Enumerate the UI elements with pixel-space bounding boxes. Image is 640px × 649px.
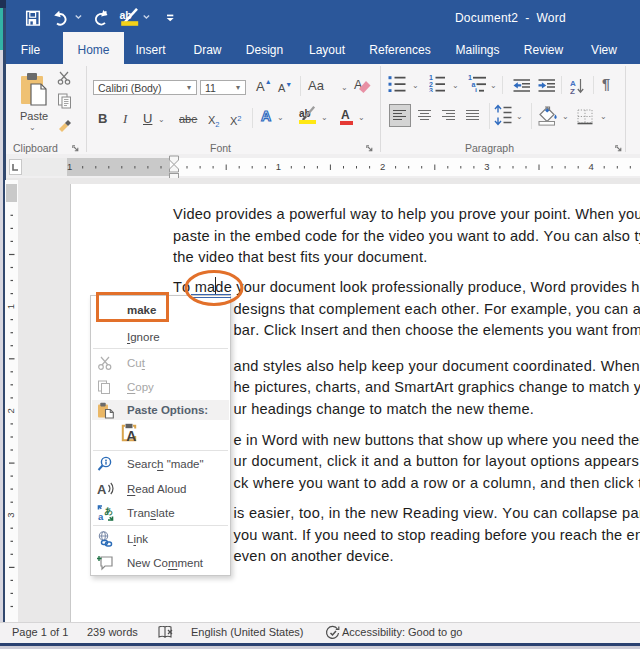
svg-text:3: 3 bbox=[484, 161, 489, 172]
svg-text:あ: あ bbox=[105, 506, 114, 516]
svg-text:A: A bbox=[97, 482, 107, 497]
svg-text:Z: Z bbox=[570, 87, 575, 95]
svg-text:a: a bbox=[98, 511, 104, 521]
svg-text:2: 2 bbox=[6, 408, 17, 413]
svg-text:4: 4 bbox=[589, 161, 594, 172]
svg-text:3: 3 bbox=[6, 513, 17, 518]
svg-text:1: 1 bbox=[6, 304, 17, 309]
svg-text:A: A bbox=[126, 428, 136, 443]
svg-text:1: 1 bbox=[67, 161, 72, 172]
svg-text:i: i bbox=[475, 87, 477, 92]
svg-text:2: 2 bbox=[380, 161, 385, 172]
svg-text:1: 1 bbox=[276, 161, 281, 172]
svg-text:3: 3 bbox=[429, 87, 433, 92]
